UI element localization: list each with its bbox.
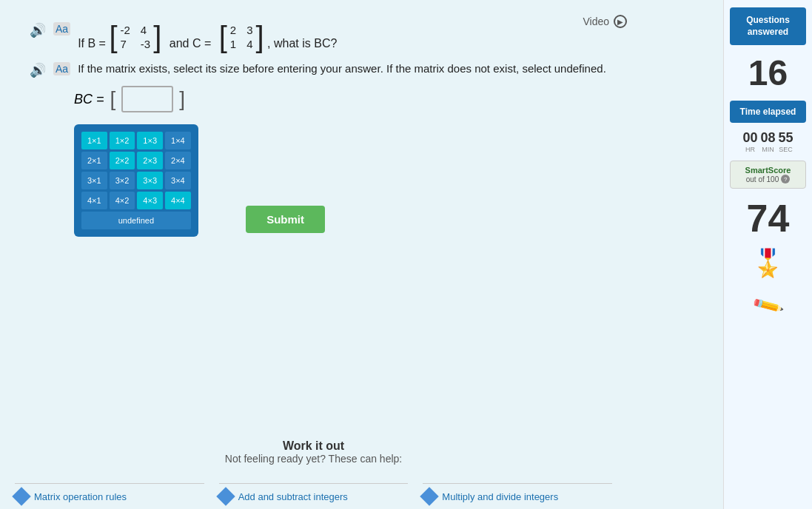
help-link-add-label: Add and subtract integers [238,491,348,502]
bc-input[interactable] [121,86,173,112]
cell-3x4[interactable]: 3×4 [165,172,191,189]
diamond-icon-2 [216,487,235,505]
sidebar: Questions answered 16 Time elapsed 00 HR… [723,0,812,509]
cell-1x4[interactable]: 1×4 [165,132,191,149]
cell-2x2[interactable]: 2×2 [110,152,135,169]
help-link-matrix[interactable]: Matrix operation rules [15,483,204,509]
matrix-size-selector: 1×1 1×2 1×3 1×4 2×1 2×2 2×3 2×4 3×1 3×2 … [74,124,198,237]
cell-2x4[interactable]: 2×4 [165,152,191,169]
cell-2x3[interactable]: 2×3 [137,152,163,169]
diamond-icon-1 [12,487,30,505]
help-link-matrix-label: Matrix operation rules [34,491,127,502]
cell-1x1[interactable]: 1×1 [81,132,107,149]
timer-display: 00 HR 08 MIN 55 SEC [742,130,793,153]
cell-1x2[interactable]: 1×2 [110,132,135,149]
info-icon[interactable]: ? [781,175,790,183]
award-icon: 🎖️ [751,248,785,279]
left-size-bracket: [ [110,89,116,109]
smartscore-label: SmartScore [736,166,799,175]
matrix-c-values: 2 3 1 4 [230,24,253,50]
help-link-add[interactable]: Add and subtract integers [219,483,409,509]
aa-icon-1[interactable]: Aa [53,22,70,36]
bc-label: BC = [74,92,104,107]
questions-answered-label: Questions answered [736,15,800,38]
video-button[interactable]: Video ▶ [583,15,627,28]
speaker-icon-1[interactable]: 🔊 [30,22,46,38]
speaker-icon-2[interactable]: 🔊 [30,62,46,78]
cell-4x1[interactable]: 4×1 [81,192,107,209]
cell-4x4[interactable]: 4×4 [165,192,191,209]
cell-4x3[interactable]: 4×3 [137,192,163,209]
help-link-multiply[interactable]: Multiply and divide integers [423,483,612,509]
right-size-bracket: ] [179,89,185,109]
work-section: Work it out Not feeling ready yet? These… [0,439,627,465]
selector-grid: 1×1 1×2 1×3 1×4 2×1 2×2 2×3 2×4 3×1 3×2 … [81,132,191,209]
timer-minutes: 08 MIN [760,130,775,153]
questions-count: 16 [748,53,788,93]
pencil-icon: ✏️ [751,289,785,323]
left-bracket-c: [ [219,22,227,52]
work-subtitle: Not feeling ready yet? These can help: [0,453,627,465]
matrix-c: [ 2 3 1 4 ] [219,22,264,52]
question-text-1: If B = [ -2 4 7 -3 ] and C = [ 2 3 1 [78,22,337,52]
cell-undefined[interactable]: undefined [81,212,191,229]
smartscore-box: SmartScore out of 100 ? [730,161,806,189]
right-bracket-b: ] [153,22,161,52]
play-icon: ▶ [614,15,627,28]
questions-answered-box: Questions answered [730,7,806,45]
instructions-row: 🔊 Aa If the matrix exists, select its si… [30,62,694,78]
submit-button[interactable]: Submit [246,206,325,233]
right-bracket-c: ] [256,22,264,52]
left-bracket-b: [ [109,22,117,52]
matrix-b-values: -2 4 7 -3 [121,24,151,50]
cell-4x2[interactable]: 4×2 [110,192,135,209]
cell-3x1[interactable]: 3×1 [81,172,107,189]
help-link-multiply-label: Multiply and divide integers [442,491,558,502]
score-number: 74 [747,196,790,240]
video-label: Video [583,16,609,27]
timer-seconds: 55 SEC [779,130,793,153]
cell-3x3[interactable]: 3×3 [137,172,163,189]
work-title: Work it out [0,439,627,453]
time-elapsed-box: Time elapsed [730,101,806,123]
help-links: Matrix operation rules Add and subtract … [0,483,627,509]
timer-hours: 00 HR [742,130,757,153]
time-elapsed-label: Time elapsed [736,107,800,117]
aa-icon-2[interactable]: Aa [53,62,70,75]
cell-3x2[interactable]: 3×2 [110,172,135,189]
diamond-icon-3 [420,487,439,505]
instructions-text: If the matrix exists, select its size be… [78,62,606,75]
cell-1x3[interactable]: 1×3 [137,132,163,149]
smartscore-sub: out of 100 ? [736,175,799,183]
bc-input-row: BC = [ ] [74,86,694,112]
matrix-b: [ -2 4 7 -3 ] [109,22,161,52]
cell-2x1[interactable]: 2×1 [81,152,107,169]
